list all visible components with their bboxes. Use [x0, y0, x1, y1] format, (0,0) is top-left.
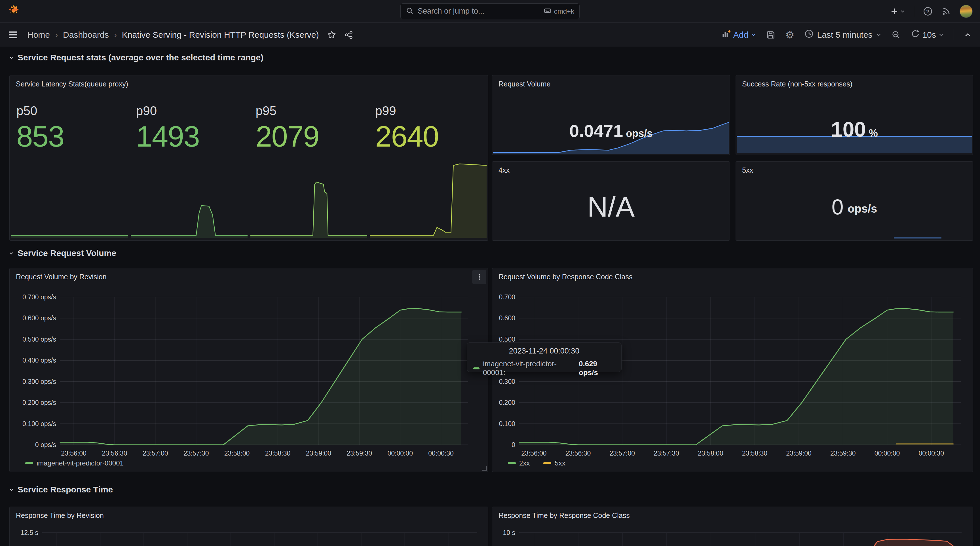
svg-text:23:59:00: 23:59:00	[786, 450, 811, 457]
panel-4xx[interactable]: 4xx N/A	[492, 161, 730, 241]
chevron-down-icon	[8, 486, 15, 493]
row-header-request-stats[interactable]: Service Request stats (average over the …	[8, 53, 263, 62]
star-icon[interactable]	[327, 30, 337, 40]
user-avatar[interactable]	[959, 5, 973, 18]
stat-unit: %	[869, 127, 878, 139]
add-panel-button[interactable]: Add	[721, 29, 756, 41]
panel-response-time-by-revision[interactable]: Response Time by Revision 12.5 s	[10, 506, 488, 546]
time-range-picker[interactable]: Last 5 minutes	[804, 29, 881, 41]
svg-text:23:58:00: 23:58:00	[224, 450, 250, 457]
stat-value: 100	[831, 117, 866, 141]
timeseries-chart[interactable]: 23:56:0023:56:3023:57:0023:57:3023:58:00…	[10, 268, 488, 472]
svg-text:10 s: 10 s	[503, 529, 515, 536]
add-panel-icon	[721, 29, 731, 41]
menu-icon[interactable]	[8, 31, 18, 39]
section-title: Service Request stats (average over the …	[18, 53, 263, 62]
top-bar: cmd+k ?	[0, 0, 980, 23]
stat-label: p50	[16, 104, 129, 118]
new-menu-button[interactable]	[890, 7, 905, 16]
global-search[interactable]: cmd+k	[400, 3, 580, 19]
svg-text:23:59:30: 23:59:30	[347, 450, 372, 457]
breadcrumb-dashboards[interactable]: Dashboards	[63, 30, 109, 40]
tooltip-series-value: 0.629 ops/s	[579, 359, 615, 377]
svg-text:0.700: 0.700	[499, 294, 515, 301]
legend-swatch	[508, 462, 516, 464]
save-dashboard-button[interactable]	[766, 30, 776, 40]
breadcrumb-separator: ›	[114, 30, 117, 40]
breadcrumb: Home › Dashboards › Knative Serving - Re…	[8, 30, 353, 40]
legend-item[interactable]: 2xx	[508, 459, 530, 467]
chart-legend: 2xx5xx	[508, 459, 565, 467]
timeseries-chart[interactable]: 10 s	[492, 507, 973, 546]
grafana-logo-icon[interactable]	[7, 4, 21, 18]
stat-p95: p95 2079	[249, 92, 369, 240]
svg-text:0.200: 0.200	[499, 399, 515, 406]
svg-text:00:00:00: 00:00:00	[875, 450, 900, 457]
chevron-down-icon	[8, 54, 15, 61]
help-button[interactable]: ?	[923, 6, 933, 16]
stat-value: 2640	[375, 118, 488, 155]
panel-service-latency-stats[interactable]: Service Latency Stats(queue proxy) p50 8…	[10, 75, 488, 241]
svg-text:0.100: 0.100	[499, 420, 515, 427]
breadcrumb-home[interactable]: Home	[27, 30, 50, 40]
dashboard-settings-icon[interactable]: ⚙	[785, 30, 794, 40]
svg-text:23:58:30: 23:58:30	[742, 450, 768, 457]
refresh-picker[interactable]: 10s	[910, 29, 944, 41]
legend-label: 2xx	[519, 459, 530, 467]
stat-value: 0.0471	[570, 121, 623, 141]
tooltip-series-swatch	[473, 367, 479, 369]
svg-text:23:57:30: 23:57:30	[183, 450, 209, 457]
keyboard-icon	[543, 7, 552, 16]
row-header-response-time[interactable]: Service Response Time	[8, 485, 113, 494]
sparkline	[894, 235, 942, 238]
stat-value: 853	[16, 118, 129, 155]
topbar-divider	[914, 6, 914, 17]
svg-text:0.500: 0.500	[499, 336, 515, 343]
stat-unit: ops/s	[626, 128, 652, 140]
legend-item[interactable]: 5xx	[543, 459, 565, 467]
tooltip-series-name: imagenet-vit-predictor-00001:	[483, 359, 571, 377]
panel-request-volume[interactable]: Request Volume 0.0471 ops/s	[492, 75, 730, 155]
svg-text:0.300: 0.300	[499, 378, 515, 385]
sparkline	[369, 161, 487, 239]
svg-text:23:57:00: 23:57:00	[143, 450, 168, 457]
chart-tooltip: 2023-11-24 00:00:30 imagenet-vit-predict…	[467, 343, 622, 372]
news-rss-button[interactable]	[942, 6, 951, 16]
legend-label: imagenet-vit-predictor-00001	[37, 459, 124, 467]
panel-5xx[interactable]: 5xx 0 ops/s	[735, 161, 973, 241]
stat-grid: p50 853 p90 1493 p95 2079 p99 2640	[10, 92, 488, 240]
chevron-down-icon	[900, 8, 905, 14]
stat-p99: p99 2640	[368, 92, 488, 240]
svg-text:23:56:00: 23:56:00	[61, 450, 86, 457]
svg-text:0.600 ops/s: 0.600 ops/s	[22, 314, 56, 322]
search-input[interactable]	[418, 7, 539, 16]
collapse-toolbar-icon[interactable]	[964, 31, 972, 39]
search-shortcut: cmd+k	[543, 7, 574, 16]
panel-resize-handle[interactable]	[482, 466, 487, 471]
row-header-request-volume[interactable]: Service Request Volume	[8, 248, 116, 258]
svg-text:23:58:30: 23:58:30	[265, 450, 291, 457]
timeseries-chart[interactable]: 12.5 s	[10, 507, 488, 546]
kebab-menu-icon[interactable]	[472, 270, 486, 284]
clock-icon	[804, 29, 814, 41]
panel-title: Success Rate (non-5xx responses)	[742, 80, 853, 88]
stat-request-volume: 0.0471 ops/s	[492, 121, 730, 141]
legend-item[interactable]: imagenet-vit-predictor-00001	[25, 459, 124, 467]
svg-text:0.700 ops/s: 0.700 ops/s	[22, 294, 56, 301]
panel-title: Service Latency Stats(queue proxy)	[16, 80, 128, 88]
zoom-out-button[interactable]	[891, 30, 901, 40]
panel-response-time-by-response-code[interactable]: Response Time by Response Code Class 10 …	[492, 506, 973, 546]
svg-text:0.100 ops/s: 0.100 ops/s	[22, 420, 56, 427]
dashboard-canvas: Service Request stats (average over the …	[0, 47, 980, 546]
share-icon[interactable]	[344, 30, 353, 40]
panel-request-volume-by-revision[interactable]: Request Volume by Revision 23:56:0023:56…	[10, 268, 488, 472]
stat-label: p90	[136, 104, 249, 118]
svg-text:23:56:30: 23:56:30	[102, 450, 127, 457]
section-title: Service Request Volume	[18, 248, 116, 258]
section-title: Service Response Time	[18, 485, 113, 494]
add-label: Add	[733, 30, 748, 40]
svg-text:23:59:30: 23:59:30	[830, 450, 856, 457]
legend-swatch	[543, 462, 551, 464]
panel-success-rate[interactable]: Success Rate (non-5xx responses) 100 %	[735, 75, 973, 155]
chart-legend: imagenet-vit-predictor-00001	[25, 459, 124, 467]
